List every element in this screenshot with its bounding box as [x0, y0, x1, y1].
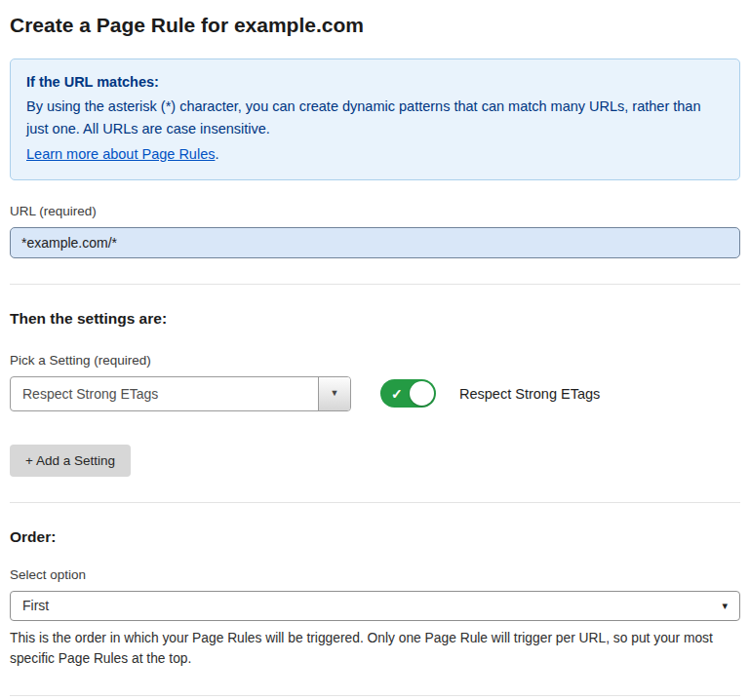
- page-rule-form: Create a Page Rule for example.com If th…: [0, 0, 750, 700]
- add-setting-button[interactable]: + Add a Setting: [10, 445, 131, 477]
- etags-toggle-label: Respect Strong ETags: [459, 386, 600, 402]
- url-match-info-box: If the URL matches: By using the asteris…: [10, 58, 740, 180]
- url-input[interactable]: [10, 227, 740, 258]
- order-select-label: Select option: [10, 567, 740, 582]
- etags-toggle[interactable]: ✓: [380, 379, 436, 408]
- setting-select-value: Respect Strong ETags: [11, 377, 318, 410]
- order-select[interactable]: First ▾: [10, 591, 740, 621]
- check-icon: ✓: [391, 386, 403, 402]
- settings-heading: Then the settings are:: [10, 310, 740, 328]
- info-box-body: By using the asterisk (*) character, you…: [26, 96, 724, 140]
- learn-more-link[interactable]: Learn more about Page Rules: [26, 146, 215, 162]
- pick-setting-label: Pick a Setting (required): [10, 353, 740, 368]
- order-select-value: First: [22, 598, 49, 613]
- chevron-down-icon: ▼: [331, 389, 339, 398]
- order-help-text: This is the order in which your Page Rul…: [10, 628, 740, 670]
- setting-select[interactable]: Respect Strong ETags ▼: [10, 376, 351, 411]
- divider-before-order: [10, 502, 740, 503]
- order-heading: Order:: [10, 528, 740, 546]
- toggle-knob: [410, 381, 434, 406]
- url-label: URL (required): [10, 204, 740, 218]
- page-title: Create a Page Rule for example.com: [10, 14, 740, 37]
- divider-before-footer: [10, 695, 740, 696]
- setting-row: Respect Strong ETags ▼ ✓ Respect Strong …: [10, 376, 740, 411]
- link-period: .: [215, 146, 218, 162]
- divider-after-url: [10, 284, 740, 285]
- info-box-heading: If the URL matches:: [26, 71, 724, 94]
- setting-select-arrow-button[interactable]: ▼: [318, 377, 350, 410]
- chevron-down-icon: ▾: [722, 600, 728, 612]
- info-box-link-row: Learn more about Page Rules.: [26, 143, 724, 166]
- etags-toggle-group: ✓ Respect Strong ETags: [380, 379, 600, 408]
